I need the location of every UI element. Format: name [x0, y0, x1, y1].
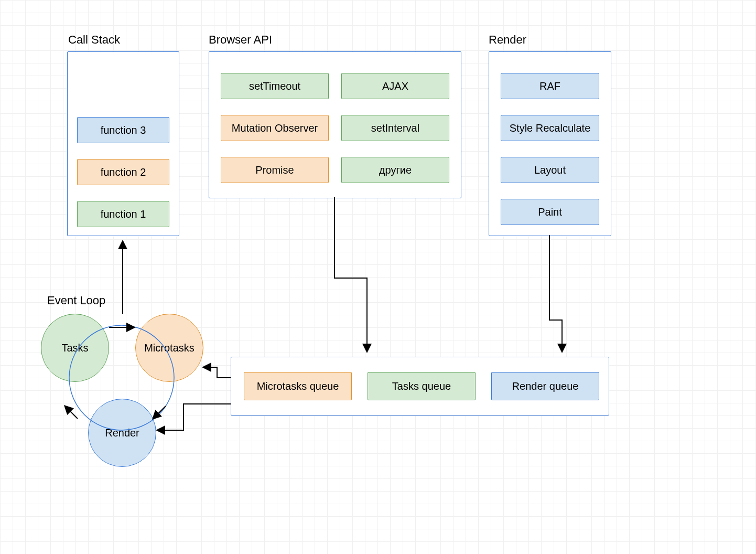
- diagram-canvas: Call Stack function 3 function 2 functio…: [0, 0, 756, 554]
- render-container: RAF Style Recalculate Layout Paint: [489, 51, 611, 236]
- render-title: Render: [489, 33, 526, 47]
- render-raf: RAF: [501, 73, 599, 99]
- call-stack-item-1: function 1: [77, 201, 169, 227]
- api-mutation-observer: Mutation Observer: [221, 115, 329, 141]
- event-loop-microtasks: Microtasks: [135, 314, 203, 382]
- event-loop-title: Event Loop: [47, 294, 105, 307]
- microtasks-queue: Microtasks queue: [244, 372, 352, 400]
- tasks-queue: Tasks queue: [368, 372, 476, 400]
- render-paint: Paint: [501, 199, 599, 225]
- queues-container: Microtasks queue Tasks queue Render queu…: [231, 357, 609, 416]
- render-queue: Render queue: [491, 372, 599, 400]
- svg-line-4: [65, 406, 78, 419]
- api-ajax: AJAX: [341, 73, 449, 99]
- svg-line-3: [153, 406, 166, 419]
- browser-api-title: Browser API: [209, 33, 272, 47]
- render-style: Style Recalculate: [501, 115, 599, 141]
- event-loop-tasks: Tasks: [41, 314, 109, 382]
- render-layout: Layout: [501, 157, 599, 183]
- api-other: другие: [341, 157, 449, 183]
- call-stack-item-3: function 3: [77, 117, 169, 143]
- call-stack-title: Call Stack: [68, 33, 120, 47]
- api-setinterval: setInterval: [341, 115, 449, 141]
- api-promise: Promise: [221, 157, 329, 183]
- call-stack-item-2: function 2: [77, 159, 169, 185]
- call-stack-container: function 3 function 2 function 1: [67, 51, 179, 236]
- event-loop-render: Render: [88, 399, 156, 467]
- api-settimeout: setTimeout: [221, 73, 329, 99]
- browser-api-container: setTimeout AJAX Mutation Observer setInt…: [209, 51, 461, 198]
